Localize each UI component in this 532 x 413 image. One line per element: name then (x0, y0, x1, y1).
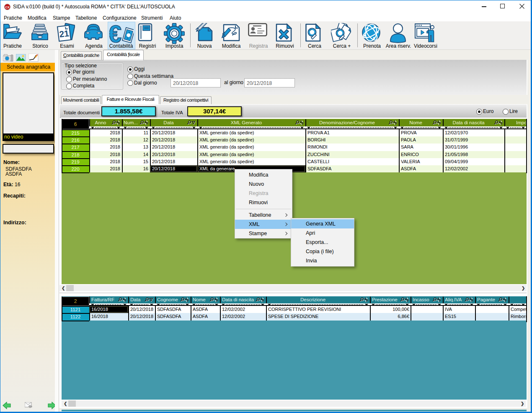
svg-text:CX: CX (5, 5, 9, 9)
svg-text:€: € (109, 23, 121, 44)
svg-text:21: 21 (59, 28, 70, 39)
